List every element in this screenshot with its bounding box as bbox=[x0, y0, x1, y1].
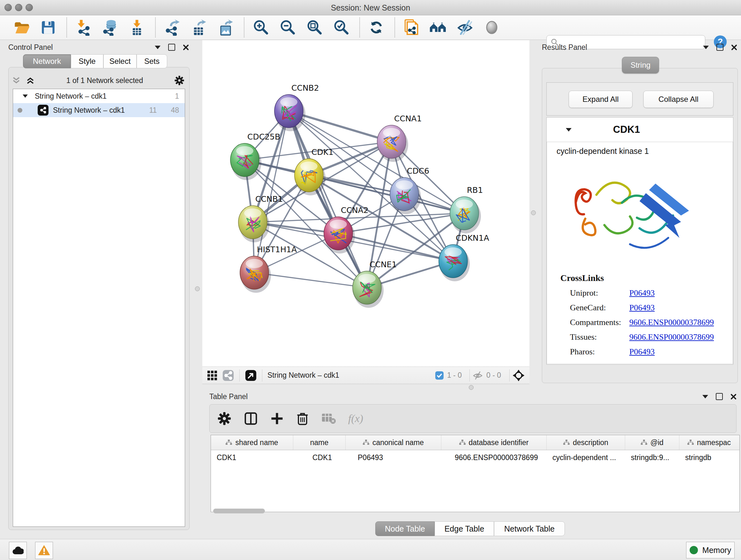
float-panel-icon[interactable] bbox=[168, 44, 175, 51]
collection-count: 1 bbox=[175, 92, 179, 101]
toolbar-separator bbox=[239, 369, 240, 381]
warning-icon bbox=[38, 545, 50, 556]
network-tree-child-row[interactable]: String Network – cdk1 11 48 bbox=[13, 103, 185, 117]
grid-view-icon[interactable] bbox=[207, 370, 218, 381]
cytoscape-window: Session: New Session bbox=[0, 0, 741, 560]
open-session-button[interactable] bbox=[12, 18, 30, 37]
document-share-icon bbox=[403, 19, 420, 36]
tab-network[interactable]: Network bbox=[23, 54, 71, 68]
crosslink-link[interactable]: P06493 bbox=[629, 303, 655, 313]
fit-selected-icon[interactable] bbox=[512, 369, 525, 382]
zoom-in-icon bbox=[253, 19, 269, 36]
tab-style[interactable]: Style bbox=[71, 54, 104, 68]
column-header[interactable]: name bbox=[293, 435, 346, 450]
hierarchy-icon bbox=[641, 440, 647, 445]
zoom-fit-icon bbox=[306, 19, 323, 36]
network-node[interactable]: CDK1 bbox=[294, 147, 333, 195]
tree-expander-icon[interactable] bbox=[23, 95, 28, 98]
collapse-all-button[interactable]: Collapse All bbox=[643, 91, 714, 108]
status-bar: Memory bbox=[0, 539, 741, 560]
network-edge[interactable] bbox=[254, 273, 367, 288]
column-header[interactable]: shared name bbox=[211, 435, 293, 450]
horizontal-splitter-handle[interactable] bbox=[469, 385, 474, 390]
export-image-button[interactable] bbox=[216, 18, 235, 37]
collapse-panel-icon[interactable] bbox=[702, 395, 708, 398]
delete-column-trash-icon[interactable] bbox=[296, 412, 309, 426]
crosslink-link[interactable]: 9606.ENSP00000378699 bbox=[629, 318, 714, 327]
table-panel-title: Table Panel bbox=[209, 392, 248, 401]
tab-string[interactable]: String bbox=[622, 57, 659, 73]
crosslink-link[interactable]: P06493 bbox=[629, 347, 655, 357]
zoom-in-button[interactable] bbox=[252, 18, 270, 37]
gene-expander-icon[interactable] bbox=[566, 128, 571, 132]
zoom-selected-button[interactable] bbox=[332, 18, 350, 37]
import-network-from-database-button[interactable] bbox=[101, 18, 119, 37]
hide-selected-button[interactable] bbox=[456, 18, 474, 37]
node-label: CDC25B bbox=[247, 132, 280, 141]
network-edge[interactable] bbox=[289, 111, 367, 288]
hierarchy-icon bbox=[687, 440, 694, 445]
gene-header-row[interactable]: CDK1 bbox=[547, 118, 733, 142]
open-in-window-icon[interactable] bbox=[245, 369, 257, 381]
network-view-canvas[interactable]: CCNB2CCNA1CDC25BCDK1CDC6RB1CCNB1CCNA2CDK… bbox=[202, 40, 529, 367]
network-node[interactable]: RB1 bbox=[450, 186, 483, 233]
float-panel-icon[interactable] bbox=[717, 44, 724, 51]
warning-status-button[interactable] bbox=[35, 542, 53, 559]
column-header[interactable]: @id bbox=[625, 435, 679, 450]
gray-orb-icon bbox=[484, 20, 499, 35]
export-table-button[interactable] bbox=[190, 18, 208, 37]
close-panel-icon[interactable] bbox=[731, 44, 737, 51]
network-tree-root-row[interactable]: String Network – cdk1 1 bbox=[13, 89, 185, 103]
show-columns-icon[interactable] bbox=[244, 411, 258, 426]
protein-structure-image bbox=[566, 165, 694, 270]
zoom-out-icon bbox=[279, 19, 296, 36]
network-node[interactable]: CCNA1 bbox=[377, 114, 422, 162]
left-splitter-handle[interactable] bbox=[195, 287, 200, 291]
collapse-panel-icon[interactable] bbox=[703, 46, 709, 49]
expand-all-icon[interactable] bbox=[25, 76, 35, 84]
refresh-button[interactable] bbox=[367, 18, 386, 37]
network-overview-icon[interactable] bbox=[222, 369, 234, 381]
collapse-all-icon[interactable] bbox=[11, 76, 21, 84]
expand-all-button[interactable]: Expand All bbox=[569, 91, 632, 108]
export-network-button[interactable] bbox=[163, 18, 181, 37]
network-node[interactable]: CCNB2 bbox=[274, 83, 319, 131]
zoom-out-button[interactable] bbox=[278, 18, 297, 37]
tab-sets[interactable]: Sets bbox=[137, 54, 167, 68]
collapse-panel-icon[interactable] bbox=[155, 46, 160, 49]
table-row[interactable]: CDK1 CDK1 P06493 9606.ENSP00000378699 cy… bbox=[211, 450, 739, 465]
network-node[interactable]: CCNE1 bbox=[353, 260, 397, 308]
save-session-button[interactable] bbox=[39, 18, 57, 37]
close-panel-icon[interactable] bbox=[183, 44, 189, 51]
memory-button[interactable]: Memory bbox=[686, 542, 735, 558]
column-header[interactable]: database identifier bbox=[441, 435, 547, 450]
gear-icon[interactable] bbox=[174, 75, 185, 85]
crosslink-link[interactable]: 9606.ENSP00000378699 bbox=[629, 332, 714, 342]
close-panel-icon[interactable] bbox=[731, 394, 737, 400]
memory-status-icon bbox=[690, 546, 698, 554]
right-splitter-handle[interactable] bbox=[531, 210, 536, 215]
import-network-button[interactable] bbox=[74, 18, 92, 37]
crosslink-link[interactable]: P06493 bbox=[629, 288, 655, 298]
control-panel-header: Control Panel bbox=[8, 43, 189, 52]
zoom-fit-button[interactable] bbox=[305, 18, 324, 37]
show-all-button[interactable] bbox=[482, 18, 501, 37]
import-table-button[interactable] bbox=[128, 18, 146, 37]
column-header[interactable]: canonical name bbox=[346, 435, 441, 450]
cloud-status-button[interactable] bbox=[9, 542, 27, 559]
tab-node-table[interactable]: Node Table bbox=[375, 521, 434, 536]
clone-network-button[interactable] bbox=[402, 18, 421, 37]
network-node[interactable]: CDKN1A bbox=[439, 233, 489, 281]
column-header[interactable]: description bbox=[547, 435, 625, 450]
home-layout-button[interactable] bbox=[429, 18, 448, 37]
tab-network-table[interactable]: Network Table bbox=[494, 521, 565, 536]
float-panel-icon[interactable] bbox=[716, 393, 723, 400]
column-header[interactable]: namespac bbox=[679, 435, 739, 450]
table-horizontal-scrollbar[interactable] bbox=[213, 509, 265, 513]
tab-select[interactable]: Select bbox=[104, 54, 137, 68]
tab-edge-table[interactable]: Edge Table bbox=[434, 521, 494, 536]
network-node[interactable]: HIST1H1A bbox=[240, 245, 297, 293]
table-settings-gear-icon[interactable] bbox=[217, 412, 231, 426]
add-column-icon[interactable] bbox=[270, 412, 284, 425]
selected-checkbox-icon[interactable] bbox=[435, 371, 444, 380]
